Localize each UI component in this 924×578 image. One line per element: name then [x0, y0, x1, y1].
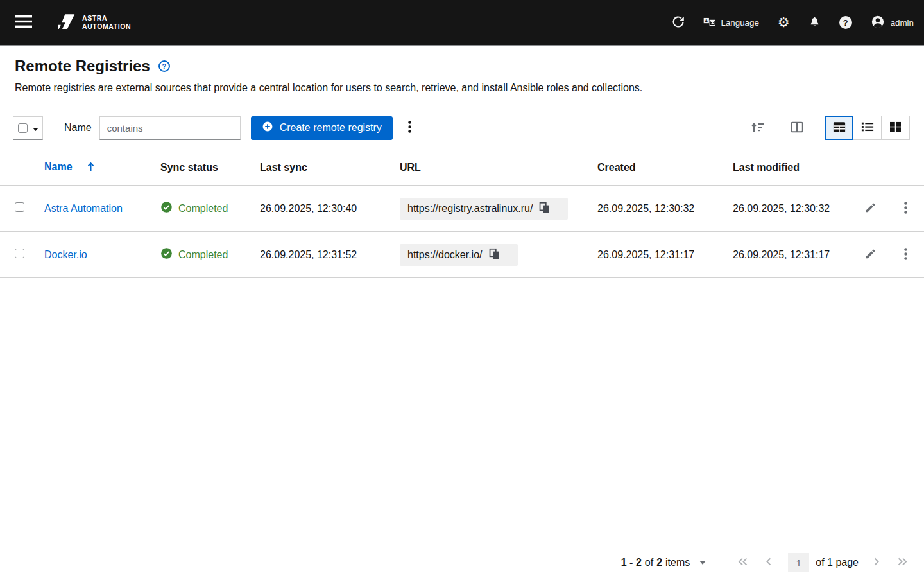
caret-down-icon	[33, 123, 38, 133]
items-per-page-toggle[interactable]: 1 - 2 of 2 items	[621, 557, 706, 568]
table-header-row: Name Sync status Last sync URL Created L…	[0, 150, 924, 186]
astra-logo-icon	[58, 14, 76, 31]
username-label: admin	[891, 18, 914, 28]
column-header-last-modified: Last modified	[723, 150, 853, 186]
next-page-button[interactable]	[871, 555, 882, 570]
current-page-input[interactable]	[788, 553, 809, 572]
filter-field-toggle[interactable]: Name	[64, 122, 92, 134]
header-actions-edit	[853, 150, 887, 186]
avatar-icon	[871, 15, 885, 31]
copy-url-button[interactable]	[538, 200, 559, 217]
registry-name-link[interactable]: Astra Automation	[44, 203, 123, 214]
column-header-created: Created	[587, 150, 723, 186]
kebab-icon	[904, 202, 907, 216]
refresh-button[interactable]	[672, 15, 685, 30]
page-navigation: of 1 page	[735, 553, 910, 572]
list-view-icon	[861, 121, 874, 134]
copy-icon	[489, 248, 500, 262]
remote-registries-table: Name Sync status Last sync URL Created L…	[0, 150, 924, 278]
column-header-url: URL	[389, 150, 587, 186]
top-bar: ASTRA AUTOMATION A Language ⚙	[0, 0, 924, 46]
registry-url-pill: https://registry.astralinux.ru/	[400, 198, 568, 220]
card-view-button[interactable]	[881, 116, 910, 140]
page-header: Remote Registries ? Remote registries ar…	[0, 46, 924, 105]
kebab-icon	[408, 121, 411, 135]
sync-status-label: Completed	[178, 249, 228, 261]
row-kebab-menu[interactable]	[900, 245, 911, 265]
hamburger-icon	[15, 15, 32, 30]
toolbar-view-controls	[749, 116, 910, 140]
registry-url-value: https://registry.astralinux.ru/	[407, 203, 533, 215]
sort-amount-icon	[751, 121, 764, 136]
view-toggle-group	[825, 116, 910, 140]
created-value: 26.09.2025, 12:30:32	[587, 186, 723, 232]
check-circle-icon	[160, 201, 173, 216]
items-range: 1 - 2	[621, 557, 642, 568]
manage-columns-button[interactable]	[789, 120, 805, 136]
svg-text:A: A	[705, 18, 708, 22]
copy-url-button[interactable]	[488, 247, 509, 263]
check-circle-icon	[160, 247, 173, 262]
table-row: Astra Automation Completed 26.09.2025, 1…	[0, 186, 924, 232]
brand-text: ASTRA AUTOMATION	[82, 14, 131, 30]
registry-name-link[interactable]: Docker.io	[44, 249, 87, 260]
refresh-icon	[672, 15, 685, 30]
bulk-select-toggle[interactable]	[13, 116, 43, 140]
angle-double-right-icon	[898, 557, 907, 568]
last-modified-value: 26.09.2025, 12:31:17	[723, 232, 853, 278]
row-checkbox[interactable]	[15, 202, 24, 212]
brand-line1: ASTRA	[82, 14, 107, 22]
plus-circle-icon	[262, 121, 273, 135]
column-header-name[interactable]: Name	[34, 150, 150, 186]
column-header-sync-status: Sync status	[150, 150, 250, 186]
last-sync-value: 26.09.2025, 12:31:52	[250, 232, 389, 278]
create-remote-registry-button[interactable]: Create remote registry	[251, 116, 393, 140]
registry-url-pill: https://docker.io/	[400, 244, 518, 266]
sync-status-badge: Completed	[160, 201, 239, 216]
notifications-button[interactable]	[809, 15, 821, 30]
columns-icon	[791, 121, 803, 135]
page-title-text: Remote Registries	[15, 57, 150, 76]
brand-logo[interactable]: ASTRA AUTOMATION	[54, 13, 135, 31]
kebab-icon	[904, 248, 907, 262]
language-label: Language	[721, 18, 759, 28]
sort-options-button[interactable]	[749, 119, 766, 137]
language-menu[interactable]: A Language	[703, 17, 759, 29]
header-actions-kebab	[887, 150, 924, 186]
angle-left-icon	[766, 557, 771, 568]
bulk-select-checkbox[interactable]	[18, 123, 28, 133]
filter-input[interactable]	[99, 116, 241, 140]
edit-registry-button[interactable]	[863, 200, 878, 217]
row-checkbox[interactable]	[15, 249, 24, 258]
gear-icon: ⚙	[778, 16, 790, 30]
registry-url-value: https://docker.io/	[407, 249, 483, 261]
angle-double-left-icon	[738, 557, 748, 568]
pencil-icon	[864, 202, 877, 216]
brand-line2: AUTOMATION	[82, 22, 131, 31]
table-row: Docker.io Completed 26.09.2025, 12:31:52…	[0, 232, 924, 278]
edit-registry-button[interactable]	[863, 247, 878, 263]
sync-status-label: Completed	[178, 203, 228, 215]
page-count-label: of 1 page	[816, 557, 859, 568]
bell-icon	[809, 15, 821, 30]
copy-icon	[539, 202, 550, 216]
previous-page-button[interactable]	[763, 555, 774, 570]
items-total: 2	[656, 557, 662, 568]
last-modified-value: 26.09.2025, 12:30:32	[723, 186, 853, 232]
menu-toggle-button[interactable]	[13, 13, 35, 32]
table-view-button[interactable]	[825, 116, 853, 140]
toolbar-kebab-menu[interactable]	[404, 118, 415, 137]
first-page-button[interactable]	[735, 555, 750, 570]
created-value: 26.09.2025, 12:31:17	[587, 232, 723, 278]
settings-button[interactable]: ⚙	[778, 16, 790, 30]
pencil-icon	[864, 248, 877, 262]
help-button[interactable]: ?	[839, 16, 852, 29]
last-sync-value: 26.09.2025, 12:30:40	[250, 186, 389, 232]
list-view-button[interactable]	[853, 116, 882, 140]
page-help-icon[interactable]: ?	[158, 60, 170, 72]
sync-status-badge: Completed	[160, 247, 239, 262]
items-of-word: of	[645, 557, 653, 568]
last-page-button[interactable]	[895, 555, 910, 570]
row-kebab-menu[interactable]	[900, 199, 911, 218]
user-menu[interactable]: admin	[871, 15, 914, 31]
